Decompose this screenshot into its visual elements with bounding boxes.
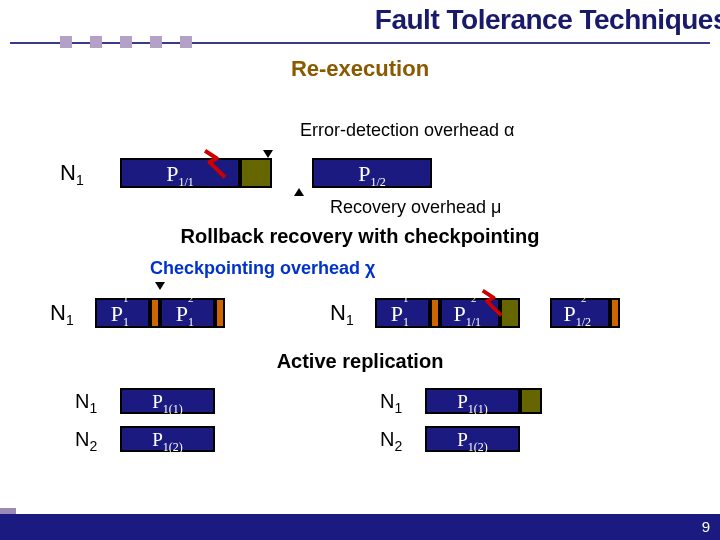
label-rb-right-p1: P11 xyxy=(377,301,428,330)
bar-recovery-gap xyxy=(272,158,312,188)
label-rb-right-p22: P1/22 xyxy=(552,301,608,330)
bar-ar-left-p12: P1(2) xyxy=(120,426,215,452)
checkpointing-overhead-label: Checkpointing overhead χ xyxy=(150,258,375,278)
node-ar-left-n2: N2 xyxy=(75,428,97,454)
bar-p12: P1/2 xyxy=(312,158,432,188)
node-n1-rollback-right: N1 xyxy=(330,300,354,328)
label-rb-left-p2: P12 xyxy=(162,301,213,330)
label-ar-right-p11: P1(1) xyxy=(427,391,518,417)
node-ar-left-n1: N1 xyxy=(75,390,97,416)
bar-ar-right-p12: P1(2) xyxy=(425,426,520,452)
error-detection-label: Error-detection overhead α xyxy=(300,120,515,140)
node-n1-reexec: N1 xyxy=(60,160,84,188)
bar-checkpoint-1 xyxy=(150,298,160,328)
label-ar-left-p12: P1(2) xyxy=(122,429,213,455)
fault-spark-icon-2 xyxy=(475,284,509,321)
bar-checkpoint-4 xyxy=(610,298,620,328)
label-p12: P1/2 xyxy=(314,161,430,190)
bar-error-overhead xyxy=(240,158,272,188)
bar-rb-left-p2: P12 xyxy=(160,298,215,328)
arrow-error-overhead xyxy=(263,150,273,158)
arrow-recovery-overhead xyxy=(294,188,304,196)
node-ar-right-n2: N2 xyxy=(380,428,402,454)
bar-checkpoint-3 xyxy=(430,298,440,328)
node-ar-right-n1: N1 xyxy=(380,390,402,416)
bar-rb-right-p22: P1/22 xyxy=(550,298,610,328)
bar-checkpoint-2 xyxy=(215,298,225,328)
section-rollback-title: Rollback recovery with checkpointing xyxy=(180,225,539,247)
bar-ar-right-p11: P1(1) xyxy=(425,388,520,414)
label-ar-right-p12: P1(2) xyxy=(427,429,518,455)
decorative-dot-row xyxy=(0,36,720,48)
label-rb-left-p1: P11 xyxy=(97,301,148,330)
bar-rb-right-p1: P11 xyxy=(375,298,430,328)
bar-ar-right-error xyxy=(520,388,542,414)
section-activerep-title: Active replication xyxy=(277,350,444,372)
bar-rb-left-p1: P11 xyxy=(95,298,150,328)
bar-ar-left-p11: P1(1) xyxy=(120,388,215,414)
page-number: 9 xyxy=(702,518,710,535)
fault-spark-icon xyxy=(197,144,233,183)
node-n1-rollback-left: N1 xyxy=(50,300,74,328)
bar-rb-gap xyxy=(520,298,550,328)
section-reexecution-title: Re-execution xyxy=(0,56,720,82)
footer-bar: 9 xyxy=(0,514,720,540)
recovery-overhead-label: Recovery overhead μ xyxy=(330,197,501,217)
arrow-checkpoint-overhead xyxy=(155,282,165,290)
label-ar-left-p11: P1(1) xyxy=(122,391,213,417)
